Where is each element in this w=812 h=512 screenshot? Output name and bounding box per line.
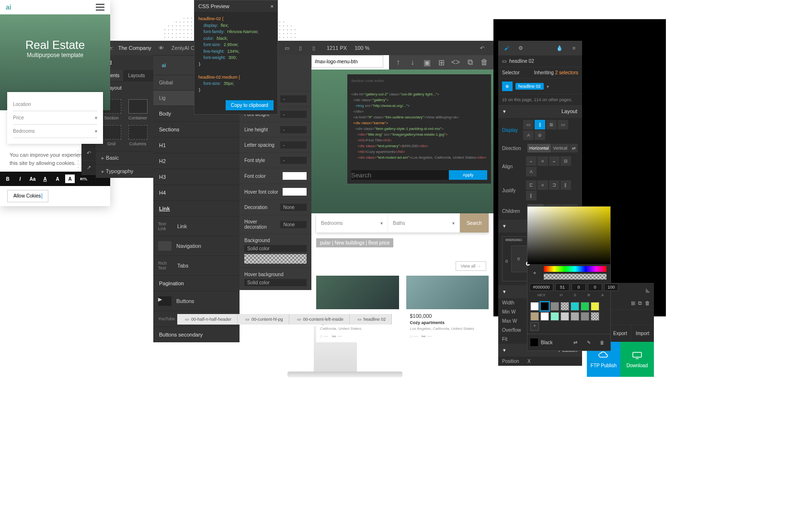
font-size-value[interactable]: - bbox=[280, 95, 307, 103]
menu-icon[interactable]: ≡ bbox=[569, 43, 579, 53]
selectors-count[interactable]: 2 selectors bbox=[555, 70, 578, 75]
code2-icon[interactable]: <> bbox=[450, 57, 461, 68]
swatch[interactable] bbox=[591, 312, 599, 321]
buttons-item[interactable]: ▶Buttons bbox=[153, 291, 240, 311]
global-h1[interactable]: H1 bbox=[153, 137, 240, 153]
font-weight-value[interactable]: - bbox=[280, 111, 307, 118]
edit-icon[interactable]: ✎ bbox=[583, 337, 594, 348]
breadcrumb-item[interactable]: ▭ 00-content-hl-pg bbox=[238, 314, 289, 325]
export-button[interactable]: Export bbox=[609, 325, 632, 342]
filter-links[interactable]: pular | New buildings | Best price bbox=[316, 238, 393, 247]
global-sections[interactable]: Sections bbox=[153, 121, 240, 137]
element-container[interactable]: Container bbox=[127, 99, 149, 120]
global-h3[interactable]: H3 bbox=[153, 169, 240, 185]
direction-reverse-icon[interactable]: ⇄ bbox=[570, 144, 578, 152]
element-columns[interactable]: Columns bbox=[127, 125, 149, 146]
code-overlay[interactable]: Section code editor <div id="gallery-col… bbox=[347, 74, 491, 184]
direction-vertical[interactable]: Vertical bbox=[551, 144, 570, 152]
font-style-value[interactable]: - bbox=[280, 157, 307, 164]
display-block-icon[interactable]: ▭ bbox=[523, 120, 534, 129]
image-icon[interactable]: ▣ bbox=[422, 57, 432, 68]
direction-horizontal[interactable]: Horizontal bbox=[527, 144, 551, 152]
tablet-icon[interactable]: ▯ bbox=[295, 43, 306, 53]
copy-page-icon[interactable]: ⧉ bbox=[638, 300, 642, 306]
font-color-swatch[interactable] bbox=[283, 172, 307, 180]
global-h2[interactable]: H2 bbox=[153, 153, 240, 169]
delete-icon[interactable]: 🗑 bbox=[597, 337, 607, 348]
hover-decoration-value[interactable]: None bbox=[280, 221, 307, 228]
gear-icon[interactable]: ⚙ bbox=[515, 43, 526, 53]
grid-icon[interactable]: ⊞ bbox=[436, 57, 446, 68]
price-field[interactable]: Price▾ bbox=[13, 111, 97, 125]
italic-icon[interactable]: I bbox=[15, 175, 25, 183]
swatch[interactable] bbox=[550, 302, 559, 311]
brush-icon[interactable]: 🖌 bbox=[501, 43, 512, 53]
search-button[interactable]: Search bbox=[460, 213, 489, 233]
swatch[interactable] bbox=[560, 312, 569, 321]
line-height-value[interactable]: - bbox=[280, 126, 307, 133]
apply-button[interactable]: Apply bbox=[449, 170, 487, 180]
background-swatch[interactable] bbox=[244, 254, 307, 264]
align-stretch-icon[interactable]: ⊟ bbox=[560, 156, 571, 166]
trash-icon[interactable]: 🗑 bbox=[479, 57, 490, 68]
tab-layouts[interactable]: Layouts bbox=[123, 70, 150, 81]
buttons-secondary-item[interactable]: Buttons secondary bbox=[153, 326, 240, 342]
align-start-icon[interactable]: ⫠ bbox=[526, 156, 537, 166]
allow-cookies-button[interactable]: Allow Cokies bbox=[7, 190, 48, 202]
hex-input[interactable] bbox=[529, 283, 553, 291]
font-size-icon[interactable]: Aa bbox=[28, 175, 37, 183]
section-layout[interactable]: Layout bbox=[498, 105, 582, 118]
justify-center-icon[interactable]: ≡ bbox=[538, 180, 548, 190]
copy-clipboard-button[interactable]: Copy to clipboard bbox=[226, 100, 274, 110]
swatch[interactable] bbox=[571, 312, 579, 321]
display-flex-icon[interactable]: ∥ bbox=[535, 120, 545, 129]
underline-icon[interactable]: A bbox=[40, 175, 50, 183]
down-icon[interactable]: ↓ bbox=[407, 57, 418, 68]
swatch[interactable] bbox=[530, 302, 539, 311]
decoration-value[interactable]: None bbox=[280, 204, 307, 211]
up-icon[interactable]: ↑ bbox=[393, 57, 403, 68]
bold-icon[interactable]: B bbox=[3, 175, 12, 183]
s-input[interactable] bbox=[572, 283, 586, 291]
color-cursor[interactable] bbox=[526, 262, 530, 266]
property-card[interactable]: $000,000 apartments California, United S… bbox=[316, 276, 399, 342]
a-input[interactable] bbox=[604, 283, 618, 291]
swatch[interactable] bbox=[540, 312, 549, 321]
hamburger-icon[interactable] bbox=[96, 4, 104, 11]
color-area[interactable] bbox=[527, 207, 610, 264]
copy-icon[interactable]: ⧉ bbox=[465, 57, 475, 68]
breadcrumb-item[interactable]: ▭ 00-content-left-inside bbox=[289, 314, 350, 325]
navigation-item[interactable]: Navigation bbox=[153, 236, 240, 256]
desktop-icon[interactable]: ▭ bbox=[282, 43, 292, 53]
property-card[interactable]: $100,000 Cozy apartments Los Angeles, Ca… bbox=[406, 276, 489, 342]
baths-field[interactable]: Baths▾ bbox=[388, 213, 460, 233]
highlight-icon[interactable]: A bbox=[65, 175, 75, 183]
bedrooms-field[interactable]: Bedrooms▾ bbox=[13, 125, 97, 138]
swatch[interactable] bbox=[581, 312, 589, 321]
close-icon[interactable]: × bbox=[271, 3, 274, 9]
breadcrumb-item[interactable]: ▭ 00-half-n-half-header bbox=[177, 314, 238, 325]
h-input[interactable] bbox=[555, 283, 570, 291]
delete-page-icon[interactable]: 🗑 bbox=[645, 300, 650, 306]
add-swatch-icon[interactable]: + bbox=[530, 322, 539, 331]
display-none-icon[interactable]: A bbox=[523, 130, 534, 140]
tabs-item[interactable]: Rich TextTabs bbox=[153, 256, 240, 275]
align-end-icon[interactable]: ⫠ bbox=[549, 156, 560, 166]
align-baseline-icon[interactable]: A bbox=[526, 167, 537, 176]
location-field[interactable]: Location bbox=[13, 98, 97, 111]
pagination-item[interactable]: Pagination bbox=[153, 275, 240, 291]
drops-icon[interactable]: 💧 bbox=[554, 43, 565, 53]
background-type[interactable]: Solid color bbox=[244, 245, 307, 252]
eye-icon[interactable]: 👁 bbox=[156, 43, 167, 53]
justify-between-icon[interactable]: ∥ bbox=[560, 180, 571, 190]
display-inline-icon[interactable]: ▭ bbox=[558, 120, 568, 129]
selector-input[interactable] bbox=[311, 55, 383, 68]
add-selector-icon[interactable]: ⊕ bbox=[502, 81, 513, 91]
position-value[interactable]: X bbox=[527, 359, 531, 364]
download-button[interactable]: Download bbox=[620, 342, 654, 377]
undo2-icon[interactable]: ↶ bbox=[81, 146, 96, 161]
selector-chip[interactable]: headline 02 bbox=[515, 83, 544, 90]
hover-bg-type[interactable]: Solid color bbox=[244, 279, 307, 286]
hue-slider[interactable] bbox=[544, 266, 606, 272]
letter-spacing-value[interactable]: - bbox=[280, 141, 307, 149]
